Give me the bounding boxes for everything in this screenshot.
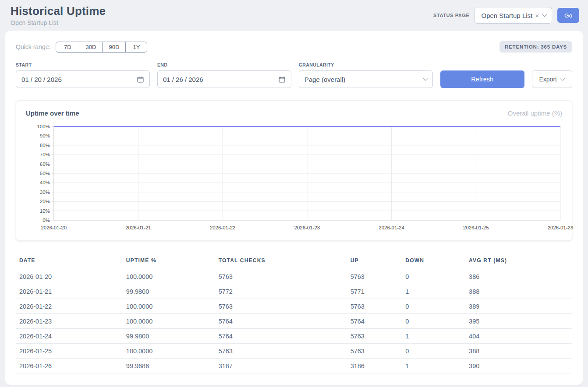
svg-text:2026-01-21: 2026-01-21: [125, 225, 151, 230]
table-cell: 5763: [347, 269, 402, 284]
quick-range-30d[interactable]: 30D: [79, 42, 103, 53]
table-cell: 395: [465, 314, 572, 329]
table-cell: 2026-01-25: [16, 344, 123, 359]
svg-text:10%: 10%: [40, 208, 50, 214]
quick-range-7d[interactable]: 7D: [56, 42, 79, 53]
svg-text:2026-01-26: 2026-01-26: [548, 225, 574, 230]
svg-text:80%: 80%: [40, 143, 50, 148]
table-cell: 5763: [347, 299, 402, 314]
table-cell: 2026-01-24: [16, 329, 123, 344]
page-title: Historical Uptime: [11, 4, 106, 18]
quick-range-row: Quick range: 7D30D90D1Y RETENTION: 365 D…: [16, 41, 572, 53]
go-button[interactable]: Go: [557, 8, 579, 23]
status-page-selected-value: Open Startup List: [481, 12, 532, 19]
status-page-select[interactable]: Open Startup List ×: [475, 7, 552, 24]
end-date-input[interactable]: 01 / 26 / 2026: [157, 70, 291, 88]
uptime-table-body: 2026-01-20100.00005763576303862026-01-21…: [16, 269, 572, 373]
table-cell: 5764: [215, 314, 347, 329]
calendar-icon[interactable]: [137, 76, 144, 83]
svg-text:60%: 60%: [40, 162, 50, 167]
table-cell: 5763: [347, 329, 402, 344]
page-subtitle: Open Startup List: [11, 19, 106, 26]
column-header: AVG RT (MS): [465, 253, 572, 269]
table-cell: 2026-01-20: [16, 269, 123, 284]
controls-row: START 01 / 20 / 2026 END 01 / 26 / 2026: [16, 62, 572, 88]
column-header: UPTIME %: [123, 253, 215, 269]
main-panel: Quick range: 7D30D90D1Y RETENTION: 365 D…: [5, 31, 583, 385]
end-date-value: 01 / 26 / 2026: [163, 76, 203, 83]
start-date-value: 01 / 20 / 2026: [21, 76, 62, 83]
chart-header: Uptime over time Overall uptime (%): [26, 109, 562, 117]
start-date-label: START: [16, 62, 150, 67]
table-cell: 3186: [347, 359, 402, 373]
table-cell: 5771: [347, 284, 402, 299]
chevron-down-icon: [422, 75, 428, 81]
chart-title: Uptime over time: [26, 109, 79, 117]
table-row: 2026-01-2699.9686318731861390: [16, 359, 572, 373]
calendar-icon[interactable]: [278, 76, 286, 83]
svg-text:2026-01-23: 2026-01-23: [294, 225, 320, 230]
table-row: 2026-01-25100.0000576357630388: [16, 344, 572, 359]
table-cell: 5763: [215, 299, 347, 314]
table-row: 2026-01-2499.9800576457631404: [16, 329, 572, 344]
table-cell: 1: [402, 329, 465, 344]
page-header: Historical Uptime Open Startup List STAT…: [0, 0, 588, 30]
close-icon[interactable]: ×: [535, 12, 539, 19]
granularity-field: GRANULARITY Page (overall): [299, 62, 433, 88]
table-cell: 0: [402, 344, 465, 359]
header-right: STATUS PAGE Open Startup List × Go: [433, 7, 579, 24]
chevron-down-icon: [560, 75, 566, 81]
chart-legend: Overall uptime (%): [508, 109, 562, 117]
table-cell: 5763: [215, 269, 347, 284]
table-cell: 404: [465, 329, 572, 344]
table-cell: 100.0000: [123, 269, 215, 284]
table-cell: 3187: [215, 359, 347, 373]
chart-plot-area: 0%10%20%30%40%50%60%70%80%90%100%2026-01…: [26, 123, 562, 234]
export-button[interactable]: Export: [532, 70, 572, 88]
table-row: 2026-01-22100.0000576357630389: [16, 299, 572, 314]
quick-range-label: Quick range:: [16, 43, 50, 50]
table-cell: 99.9800: [123, 329, 215, 344]
quick-range-buttons: 7D30D90D1Y: [56, 42, 147, 53]
table-cell: 5772: [215, 284, 347, 299]
svg-text:50%: 50%: [40, 171, 50, 176]
svg-text:30%: 30%: [40, 190, 50, 195]
retention-badge: RETENTION: 365 DAYS: [499, 41, 572, 53]
table-cell: 0: [402, 299, 465, 314]
page-heading: Historical Uptime Open Startup List: [11, 4, 106, 26]
uptime-table: DATEUPTIME %TOTAL CHECKSUPDOWNAVG RT (MS…: [16, 253, 572, 373]
svg-text:2026-01-24: 2026-01-24: [379, 225, 404, 230]
table-cell: 390: [465, 359, 572, 373]
column-header: UP: [347, 253, 402, 269]
table-cell: 5763: [215, 344, 347, 359]
column-header: TOTAL CHECKS: [215, 253, 347, 269]
uptime-chart-card: Uptime over time Overall uptime (%) 0%10…: [16, 100, 572, 241]
table-cell: 388: [465, 284, 572, 299]
end-date-field: END 01 / 26 / 2026: [157, 62, 291, 88]
column-header: DOWN: [402, 253, 465, 269]
table-cell: 0: [402, 269, 465, 284]
table-cell: 100.0000: [123, 314, 215, 329]
granularity-select[interactable]: Page (overall): [299, 70, 433, 88]
granularity-label: GRANULARITY: [299, 62, 433, 67]
table-cell: 100.0000: [123, 299, 215, 314]
table-cell: 5763: [347, 344, 402, 359]
table-row: 2026-01-20100.0000576357630386: [16, 269, 572, 284]
quick-range-group: Quick range: 7D30D90D1Y: [16, 42, 147, 53]
svg-text:40%: 40%: [40, 180, 50, 185]
table-cell: 5764: [347, 314, 402, 329]
table-cell: 99.9686: [123, 359, 215, 373]
table-cell: 2026-01-26: [16, 359, 123, 373]
start-date-input[interactable]: 01 / 20 / 2026: [16, 70, 150, 88]
end-date-label: END: [157, 62, 291, 67]
table-cell: 1: [402, 284, 465, 299]
refresh-button[interactable]: Refresh: [440, 70, 524, 88]
table-cell: 100.0000: [123, 344, 215, 359]
table-cell: 0: [402, 314, 465, 329]
svg-text:20%: 20%: [40, 199, 50, 204]
svg-text:2026-01-25: 2026-01-25: [463, 225, 489, 230]
svg-text:2026-01-22: 2026-01-22: [210, 225, 236, 230]
table-cell: 2026-01-22: [16, 299, 123, 314]
quick-range-90d[interactable]: 90D: [102, 42, 126, 53]
quick-range-1y[interactable]: 1Y: [125, 42, 147, 53]
